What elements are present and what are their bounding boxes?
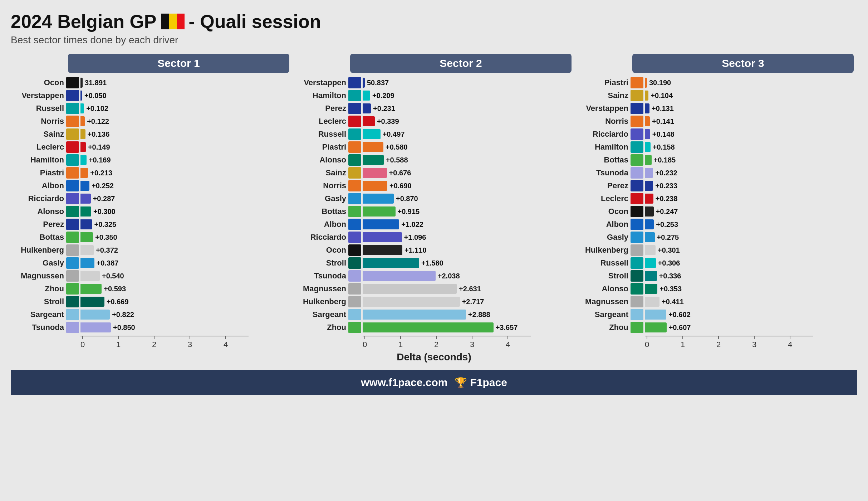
driver-label: Bottas — [11, 233, 66, 242]
bar-value: +0.247 — [656, 208, 678, 216]
bar-value: +0.213 — [90, 169, 112, 177]
bar-value: +0.411 — [662, 298, 684, 306]
bar-wrap: 31.891 — [80, 78, 293, 88]
bar-wrap: +0.372 — [80, 245, 293, 255]
driver-label: Sainz — [293, 168, 348, 177]
bar-value: 31.891 — [85, 79, 107, 87]
table-row: Perez+0.231 — [293, 102, 575, 115]
bar-value: +0.209 — [372, 92, 394, 100]
team-badge — [631, 128, 643, 140]
bar — [363, 142, 383, 152]
driver-label: Magnussen — [575, 297, 631, 306]
driver-label: Zhou — [575, 323, 631, 332]
bar-wrap: +2.038 — [363, 271, 575, 281]
team-badge — [66, 103, 79, 114]
bar — [80, 297, 104, 307]
title-text: 2024 Belgian GP — [11, 11, 157, 32]
driver-label: Piastri — [293, 142, 348, 152]
team-badge — [631, 296, 643, 307]
bar — [645, 91, 648, 101]
bar-wrap: +0.209 — [363, 91, 575, 101]
bar — [80, 91, 82, 101]
team-badge — [66, 283, 79, 295]
driver-label: Sargeant — [11, 310, 66, 319]
table-row: Albon+0.252 — [11, 180, 293, 192]
bar-value: +0.387 — [97, 259, 119, 267]
bar — [645, 103, 649, 113]
bar-wrap: +0.850 — [80, 322, 293, 332]
driver-label: Albon — [11, 181, 66, 190]
belgium-flag — [161, 14, 185, 29]
table-row: Piastri+0.213 — [11, 167, 293, 179]
bar-wrap: +0.148 — [645, 129, 857, 139]
table-row: Albon+1.022 — [293, 218, 575, 230]
bar-wrap: +0.104 — [645, 91, 857, 101]
bar-wrap: +0.185 — [645, 155, 857, 165]
bar-value: +0.231 — [373, 104, 395, 113]
table-row: Hamilton+0.209 — [293, 89, 575, 102]
team-badge — [66, 270, 79, 282]
sector-header-3: Sector 3 — [632, 54, 854, 73]
driver-label: Sargeant — [293, 310, 348, 319]
bar — [363, 284, 457, 294]
table-row: Alonso+0.353 — [575, 283, 857, 295]
driver-label: Gasly — [293, 194, 348, 203]
driver-label: Magnussen — [293, 284, 348, 293]
team-badge — [631, 193, 643, 204]
bar — [645, 310, 666, 320]
bar — [80, 322, 111, 332]
bar-value: +1.096 — [404, 233, 426, 242]
table-row: Ocon+1.110 — [293, 244, 575, 256]
driver-label: Russell — [11, 104, 66, 113]
table-row: Tsunoda+0.232 — [575, 167, 857, 179]
team-badge — [348, 116, 361, 127]
team-badge — [348, 257, 361, 269]
team-badge — [631, 116, 643, 127]
title-suffix: - Quali session — [189, 11, 321, 32]
bar-wrap: +0.287 — [80, 194, 293, 204]
bar-value: +0.287 — [93, 195, 115, 203]
driver-label: Alonso — [575, 284, 631, 293]
bar — [80, 181, 89, 191]
table-row: Gasly+0.275 — [575, 231, 857, 243]
driver-label: Ocon — [575, 207, 631, 216]
driver-label: Perez — [11, 220, 66, 229]
table-row: Hulkenberg+2.717 — [293, 296, 575, 308]
team-badge — [348, 141, 361, 153]
driver-label: Ricciardo — [11, 194, 66, 203]
bar-wrap: +0.122 — [80, 116, 293, 126]
x-tick: 1 — [681, 336, 685, 349]
bar-wrap: +1.580 — [363, 258, 575, 268]
team-badge — [66, 206, 79, 217]
bar-value: +0.850 — [113, 324, 135, 332]
driver-label: Piastri — [11, 168, 66, 177]
driver-label: Tsunoda — [575, 168, 631, 177]
team-badge — [631, 257, 643, 269]
driver-label: Verstappen — [293, 78, 348, 87]
driver-label: Hamilton — [575, 142, 631, 152]
team-badge — [66, 193, 79, 204]
driver-label: Leclerc — [575, 194, 631, 203]
bar — [645, 129, 650, 139]
bar — [363, 91, 370, 101]
bar — [363, 245, 402, 255]
driver-label: Gasly — [575, 233, 631, 242]
driver-label: Gasly — [11, 258, 66, 268]
team-badge — [631, 270, 643, 282]
bar-wrap: +0.350 — [80, 232, 293, 242]
bar — [80, 116, 85, 126]
bar — [645, 258, 656, 268]
table-row: Ricciardo+0.148 — [575, 128, 857, 140]
driver-label: Verstappen — [575, 104, 631, 113]
bar-value: +0.588 — [386, 156, 408, 164]
driver-label: Verstappen — [11, 91, 66, 100]
bar-wrap: +0.822 — [80, 310, 293, 320]
table-row: Leclerc+0.238 — [575, 193, 857, 205]
driver-label: Hulkenberg — [11, 245, 66, 255]
bar-wrap: +3.657 — [363, 322, 575, 332]
table-row: Sargeant+0.602 — [575, 308, 857, 321]
bar — [363, 310, 466, 320]
team-badge — [631, 141, 643, 153]
table-row: Norris+0.122 — [11, 115, 293, 127]
table-row: Perez+0.233 — [575, 180, 857, 192]
